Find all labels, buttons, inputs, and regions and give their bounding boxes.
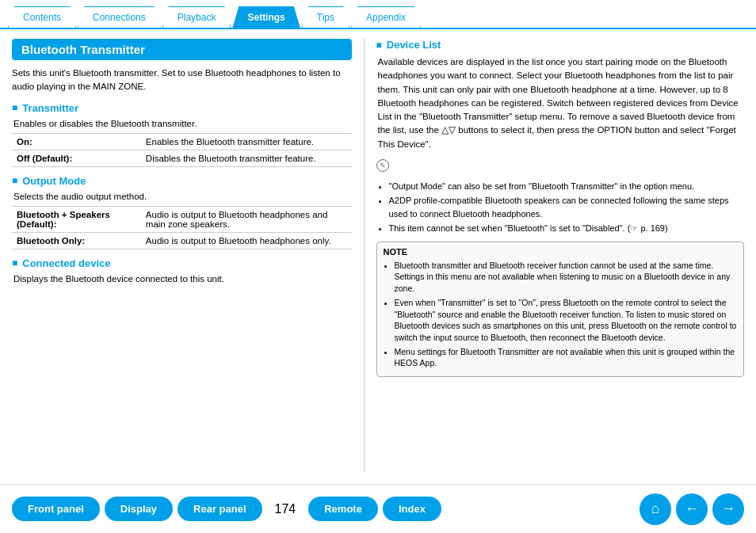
bt-speakers-key: Bluetooth + Speakers (Default): <box>12 206 141 232</box>
list-item: Menu settings for Bluetooth Transmitter … <box>395 346 737 369</box>
tip-bullets: "Output Mode" can also be set from "Blue… <box>376 180 744 235</box>
index-button[interactable]: Index <box>383 497 441 521</box>
tab-settings[interactable]: Settings <box>232 6 300 28</box>
table-row: Off (Default): Disables the Bluetooth tr… <box>12 150 352 166</box>
page-number: 174 <box>275 502 296 516</box>
left-column: Bluetooth Transmitter Sets this unit's B… <box>12 39 364 472</box>
display-button[interactable]: Display <box>105 497 173 521</box>
note-title: NOTE <box>384 247 737 257</box>
right-column: Device List Available devices are displa… <box>364 39 744 472</box>
back-button[interactable]: ← <box>676 493 708 525</box>
page-header: Bluetooth Transmitter <box>12 39 352 60</box>
transmitter-table: On: Enables the Bluetooth transmitter fe… <box>12 133 352 167</box>
bt-speakers-value: Audio is output to Bluetooth headphones … <box>141 206 352 232</box>
transmitter-on-value: Enables the Bluetooth transmitter featur… <box>141 133 352 150</box>
list-item: Bluetooth transmitter and Bluetooth rece… <box>395 260 737 295</box>
list-item: This item cannot be set when "Bluetooth"… <box>389 222 744 235</box>
table-row: On: Enables the Bluetooth transmitter fe… <box>12 133 352 150</box>
remote-button[interactable]: Remote <box>308 497 378 521</box>
note-box: NOTE Bluetooth transmitter and Bluetooth… <box>376 242 744 377</box>
note-bullets: Bluetooth transmitter and Bluetooth rece… <box>384 260 737 369</box>
output-mode-title: Output Mode <box>12 175 352 187</box>
tab-appendix[interactable]: Appendix <box>351 6 421 28</box>
intro-text: Sets this unit's Bluetooth transmitter. … <box>12 67 352 94</box>
device-list-body: Available devices are displayed in the l… <box>378 55 744 151</box>
list-item: Even when "Transmitter" is set to "On", … <box>395 297 737 344</box>
table-row: Bluetooth Only: Audio is output to Bluet… <box>12 232 352 249</box>
home-button[interactable]: ⌂ <box>640 493 671 525</box>
list-item: A2DP profile-compatible Bluetooth speake… <box>389 194 744 220</box>
rear-panel-button[interactable]: Rear panel <box>178 497 262 521</box>
tab-tips[interactable]: Tips <box>302 6 349 28</box>
list-item: "Output Mode" can also be set from "Blue… <box>389 180 744 193</box>
connected-device-title: Connected device <box>12 257 352 269</box>
tab-contents[interactable]: Contents <box>8 6 76 28</box>
main-content: Bluetooth Transmitter Sets this unit's B… <box>0 29 756 472</box>
bottom-nav: Front panel Display Rear panel 174 Remot… <box>0 484 756 533</box>
tip-icon: ✎ <box>376 159 389 172</box>
front-panel-button[interactable]: Front panel <box>12 497 100 521</box>
connected-device-desc: Displays the Bluetooth device connected … <box>13 274 352 284</box>
transmitter-title: Transmitter <box>12 102 352 114</box>
tab-connections[interactable]: Connections <box>78 6 161 28</box>
transmitter-desc: Enables or disables the Bluetooth transm… <box>13 119 352 128</box>
forward-button[interactable]: → <box>712 493 744 525</box>
transmitter-on-key: On: <box>12 133 141 150</box>
transmitter-off-key: Off (Default): <box>12 150 141 166</box>
device-list-title: Device List <box>376 39 744 51</box>
bt-only-value: Audio is output to Bluetooth headphones … <box>141 232 352 249</box>
output-mode-desc: Selects the audio output method. <box>13 192 352 201</box>
tab-playback[interactable]: Playback <box>162 6 231 28</box>
table-row: Bluetooth + Speakers (Default): Audio is… <box>12 206 352 232</box>
nav-tabs: Contents Connections Playback Settings T… <box>0 0 756 29</box>
output-mode-table: Bluetooth + Speakers (Default): Audio is… <box>12 206 352 249</box>
transmitter-off-value: Disables the Bluetooth transmitter featu… <box>141 150 352 166</box>
bt-only-key: Bluetooth Only: <box>12 232 141 249</box>
